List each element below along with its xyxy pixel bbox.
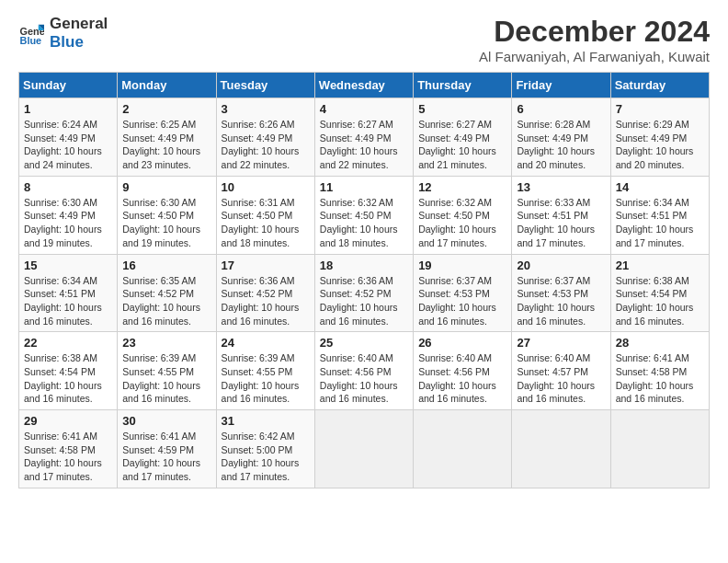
day-cell-9: 9 Sunrise: 6:30 AMSunset: 4:50 PMDayligh…: [118, 176, 216, 254]
logo-icon: General Blue: [18, 20, 44, 46]
day-number: 22: [24, 336, 112, 350]
day-detail: Sunrise: 6:24 AMSunset: 4:49 PMDaylight:…: [24, 119, 102, 170]
day-detail: Sunrise: 6:31 AMSunset: 4:50 PMDaylight:…: [222, 197, 300, 248]
day-cell-2: 2 Sunrise: 6:25 AMSunset: 4:49 PMDayligh…: [118, 98, 216, 177]
day-number: 9: [122, 180, 210, 194]
day-detail: Sunrise: 6:32 AMSunset: 4:50 PMDaylight:…: [320, 197, 398, 248]
day-detail: Sunrise: 6:32 AMSunset: 4:50 PMDaylight:…: [418, 197, 496, 248]
weekday-header-tuesday: Tuesday: [216, 73, 314, 98]
day-number: 8: [24, 180, 112, 194]
day-number: 13: [517, 180, 605, 194]
weekday-header-saturday: Saturday: [610, 73, 709, 98]
day-number: 26: [418, 336, 506, 350]
empty-cell: [610, 410, 709, 488]
day-detail: Sunrise: 6:42 AMSunset: 5:00 PMDaylight:…: [222, 431, 300, 482]
day-number: 16: [122, 259, 210, 272]
empty-cell: [314, 410, 413, 488]
day-cell-4: 4 Sunrise: 6:27 AMSunset: 4:49 PMDayligh…: [314, 98, 413, 177]
day-cell-17: 17 Sunrise: 6:36 AMSunset: 4:52 PMDaylig…: [216, 254, 314, 332]
day-cell-10: 10 Sunrise: 6:31 AMSunset: 4:50 PMDaylig…: [216, 176, 314, 254]
day-detail: Sunrise: 6:34 AMSunset: 4:51 PMDaylight:…: [616, 197, 694, 248]
day-number: 10: [222, 180, 310, 194]
day-detail: Sunrise: 6:30 AMSunset: 4:50 PMDaylight:…: [122, 197, 200, 248]
logo: General Blue General Blue: [18, 15, 108, 51]
day-detail: Sunrise: 6:26 AMSunset: 4:49 PMDaylight:…: [222, 119, 300, 170]
day-detail: Sunrise: 6:25 AMSunset: 4:49 PMDaylight:…: [122, 119, 200, 170]
day-detail: Sunrise: 6:36 AMSunset: 4:52 PMDaylight:…: [320, 275, 398, 327]
day-cell-15: 15 Sunrise: 6:34 AMSunset: 4:51 PMDaylig…: [19, 254, 118, 332]
day-detail: Sunrise: 6:41 AMSunset: 4:58 PMDaylight:…: [24, 431, 102, 482]
day-cell-5: 5 Sunrise: 6:27 AMSunset: 4:49 PMDayligh…: [414, 98, 512, 177]
week-row-4: 22 Sunrise: 6:38 AMSunset: 4:54 PMDaylig…: [19, 332, 710, 410]
day-cell-7: 7 Sunrise: 6:29 AMSunset: 4:49 PMDayligh…: [610, 98, 709, 177]
calendar-table: SundayMondayTuesdayWednesdayThursdayFrid…: [18, 72, 710, 488]
day-cell-21: 21 Sunrise: 6:38 AMSunset: 4:54 PMDaylig…: [610, 254, 709, 332]
day-cell-24: 24 Sunrise: 6:39 AMSunset: 4:55 PMDaylig…: [216, 332, 314, 410]
day-cell-23: 23 Sunrise: 6:39 AMSunset: 4:55 PMDaylig…: [118, 332, 216, 410]
day-number: 14: [616, 180, 704, 194]
day-cell-22: 22 Sunrise: 6:38 AMSunset: 4:54 PMDaylig…: [19, 332, 118, 410]
day-cell-13: 13 Sunrise: 6:33 AMSunset: 4:51 PMDaylig…: [512, 176, 610, 254]
day-number: 1: [24, 102, 112, 116]
day-number: 11: [320, 180, 408, 194]
day-number: 28: [616, 336, 704, 350]
day-detail: Sunrise: 6:41 AMSunset: 4:58 PMDaylight:…: [616, 352, 694, 404]
day-detail: Sunrise: 6:27 AMSunset: 4:49 PMDaylight:…: [418, 119, 496, 170]
logo-line1: General: [50, 15, 108, 33]
day-cell-6: 6 Sunrise: 6:28 AMSunset: 4:49 PMDayligh…: [512, 98, 610, 177]
day-detail: Sunrise: 6:41 AMSunset: 4:59 PMDaylight:…: [122, 431, 200, 482]
day-number: 12: [418, 180, 506, 194]
day-cell-31: 31 Sunrise: 6:42 AMSunset: 5:00 PMDaylig…: [216, 410, 314, 488]
week-row-5: 29 Sunrise: 6:41 AMSunset: 4:58 PMDaylig…: [19, 410, 710, 488]
day-detail: Sunrise: 6:29 AMSunset: 4:49 PMDaylight:…: [616, 119, 694, 170]
week-row-3: 15 Sunrise: 6:34 AMSunset: 4:51 PMDaylig…: [19, 254, 710, 332]
day-detail: Sunrise: 6:39 AMSunset: 4:55 PMDaylight:…: [122, 352, 200, 404]
day-detail: Sunrise: 6:35 AMSunset: 4:52 PMDaylight:…: [122, 275, 200, 327]
day-cell-29: 29 Sunrise: 6:41 AMSunset: 4:58 PMDaylig…: [19, 410, 118, 488]
day-cell-1: 1 Sunrise: 6:24 AMSunset: 4:49 PMDayligh…: [19, 98, 118, 177]
day-number: 31: [222, 414, 310, 428]
day-number: 17: [222, 259, 310, 272]
day-number: 2: [122, 102, 210, 116]
title-block: December 2024 Al Farwaniyah, Al Farwaniy…: [479, 15, 710, 64]
day-number: 15: [24, 259, 112, 272]
day-cell-14: 14 Sunrise: 6:34 AMSunset: 4:51 PMDaylig…: [610, 176, 709, 254]
day-cell-18: 18 Sunrise: 6:36 AMSunset: 4:52 PMDaylig…: [314, 254, 413, 332]
day-number: 25: [320, 336, 408, 350]
day-number: 3: [222, 102, 310, 116]
day-detail: Sunrise: 6:40 AMSunset: 4:56 PMDaylight:…: [320, 352, 398, 404]
day-cell-19: 19 Sunrise: 6:37 AMSunset: 4:53 PMDaylig…: [414, 254, 512, 332]
day-number: 20: [517, 259, 605, 272]
day-detail: Sunrise: 6:40 AMSunset: 4:57 PMDaylight:…: [517, 352, 595, 404]
day-detail: Sunrise: 6:37 AMSunset: 4:53 PMDaylight:…: [418, 275, 496, 327]
empty-cell: [414, 410, 512, 488]
day-detail: Sunrise: 6:38 AMSunset: 4:54 PMDaylight:…: [616, 275, 694, 327]
week-row-1: 1 Sunrise: 6:24 AMSunset: 4:49 PMDayligh…: [19, 98, 710, 177]
day-detail: Sunrise: 6:34 AMSunset: 4:51 PMDaylight:…: [24, 275, 102, 327]
day-number: 24: [222, 336, 310, 350]
day-detail: Sunrise: 6:33 AMSunset: 4:51 PMDaylight:…: [517, 197, 595, 248]
day-detail: Sunrise: 6:38 AMSunset: 4:54 PMDaylight:…: [24, 352, 102, 404]
day-detail: Sunrise: 6:39 AMSunset: 4:55 PMDaylight:…: [222, 352, 300, 404]
day-number: 7: [616, 102, 704, 116]
logo-line2: Blue: [50, 33, 108, 52]
location-title: Al Farwaniyah, Al Farwaniyah, Kuwait: [479, 49, 710, 64]
day-cell-11: 11 Sunrise: 6:32 AMSunset: 4:50 PMDaylig…: [314, 176, 413, 254]
day-number: 23: [122, 336, 210, 350]
day-cell-16: 16 Sunrise: 6:35 AMSunset: 4:52 PMDaylig…: [118, 254, 216, 332]
day-number: 6: [517, 102, 605, 116]
svg-text:Blue: Blue: [20, 35, 42, 46]
day-number: 30: [122, 414, 210, 428]
day-detail: Sunrise: 6:27 AMSunset: 4:49 PMDaylight:…: [320, 119, 398, 170]
empty-cell: [512, 410, 610, 488]
month-title: December 2024: [479, 15, 710, 49]
day-cell-12: 12 Sunrise: 6:32 AMSunset: 4:50 PMDaylig…: [414, 176, 512, 254]
day-cell-20: 20 Sunrise: 6:37 AMSunset: 4:53 PMDaylig…: [512, 254, 610, 332]
day-number: 18: [320, 259, 408, 272]
day-number: 21: [616, 259, 704, 272]
day-cell-28: 28 Sunrise: 6:41 AMSunset: 4:58 PMDaylig…: [610, 332, 709, 410]
weekday-header-friday: Friday: [512, 73, 610, 98]
day-detail: Sunrise: 6:30 AMSunset: 4:49 PMDaylight:…: [24, 197, 102, 248]
weekday-header-monday: Monday: [118, 73, 216, 98]
day-number: 5: [418, 102, 506, 116]
